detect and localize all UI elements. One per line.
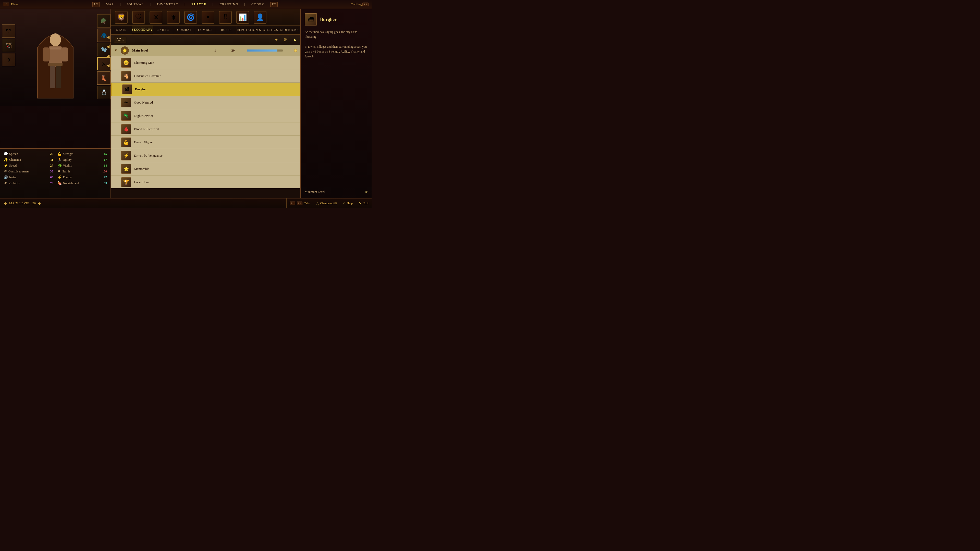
equip-slot-offhand[interactable]: 🗡 (2, 53, 15, 66)
stat-noise: 🔊Noise 63 (3, 175, 53, 180)
conspicuousness-icon: 👁 (3, 169, 7, 173)
perk-burgher[interactable]: 🏙 Burgher (111, 83, 300, 96)
tab-icon-dagger[interactable]: 🗡 (165, 10, 181, 24)
equip-slot-head[interactable]: 🪖 (97, 14, 110, 27)
perk-heroic-vigour-name: Heroic Vigour (134, 140, 297, 144)
main-level-max: 20 (229, 48, 237, 52)
perk-local-hero[interactable]: 🏆 Local Hero (111, 176, 300, 188)
tab-combos[interactable]: Combos (195, 25, 216, 34)
arrow-down2[interactable]: ◀ (107, 63, 110, 68)
perk-detail-title: Burgher (320, 17, 337, 22)
top-navigation: L2 Player L2 MAP | JOURNAL | INVENTORY |… (0, 0, 372, 9)
perk-night-crawler[interactable]: 🦎 Night Crawler (111, 109, 300, 122)
perk-good-natured-name: Good Natured (134, 100, 297, 105)
character-display (0, 9, 110, 106)
tab-icon-buffs[interactable]: ✦ (200, 10, 216, 24)
expand-icon[interactable]: ▼ (114, 48, 118, 52)
filter-crown-icon[interactable]: ♛ (283, 37, 287, 43)
tab-icon-rep[interactable]: 🎖 (217, 10, 234, 24)
tab-icon-swirl[interactable]: 🌀 (183, 10, 199, 24)
nourishment-value: 53 (104, 181, 107, 185)
tab-skills[interactable]: Skills (153, 25, 174, 34)
r2-nav-badge: R2 (270, 2, 278, 7)
tab-stats[interactable]: Stats (111, 25, 132, 34)
tab-icon-shield[interactable]: 🛡 (130, 10, 147, 24)
filter-star-icon[interactable]: ✦ (274, 37, 278, 43)
action-exit[interactable]: ✕ Exit (359, 201, 369, 206)
equipment-left-column: 🛡 🏹 🗡 (2, 24, 15, 66)
tab-icon-sidekicks[interactable]: 👤 (252, 10, 268, 24)
nav-crafting[interactable]: CRAFTING (220, 2, 238, 6)
nav-divider2: | (150, 2, 151, 6)
tab-shield-icon: 🛡 (132, 11, 145, 24)
character-display-area: 🪖 🧥 🧤 ⚔ 👢 💍 🛡 🏹 🗡 ◀ ◀ ◀ ◀ (0, 9, 110, 107)
perk-night-crawler-icon: 🦎 (121, 111, 131, 121)
perk-undaunted-cavalier[interactable]: 🐴 Undaunted Cavalier (111, 69, 300, 83)
svg-point-0 (50, 33, 61, 46)
svg-rect-4 (50, 65, 55, 88)
svg-rect-7 (50, 48, 61, 49)
tab-statistics[interactable]: Statistics (258, 25, 279, 34)
arrow-up2[interactable]: ◀ (107, 44, 110, 49)
tab-secondary[interactable]: Secondary (132, 25, 153, 34)
az-label: AZ (116, 38, 121, 42)
perk-memorable[interactable]: ⭐ Memorable (111, 162, 300, 176)
equip-slot-legs[interactable]: 👢 (97, 71, 110, 85)
tab-combat[interactable]: Combat (174, 25, 195, 34)
tab-bear-icon: 🦁 (115, 11, 127, 24)
perk-charming-man[interactable]: 😊 Charming Man (111, 56, 300, 69)
perk-good-natured[interactable]: ☀ Good Natured (111, 96, 300, 109)
arrow-up[interactable]: ◀ (107, 35, 110, 40)
nav-map[interactable]: MAP (106, 2, 114, 6)
speech-value: 20 (50, 152, 53, 156)
nav-inventory[interactable]: INVENTORY (157, 2, 178, 6)
perk-local-hero-icon: 🏆 (121, 177, 131, 187)
perk-driven-by-vengeance[interactable]: ⚡ Driven by Vengeance (111, 149, 300, 162)
perk-undaunted-cavalier-name: Undaunted Cavalier (134, 74, 297, 78)
stat-conspicuousness: 👁Conspicuousness 33 (3, 169, 53, 174)
equip-slot-bow[interactable]: 🏹 (2, 39, 15, 52)
tab-icon-bear[interactable]: 🦁 (113, 10, 129, 24)
action-change-outfit[interactable]: △ Change outfit (316, 201, 337, 206)
nav-codex[interactable]: CODEX (251, 2, 264, 6)
noise-value: 63 (50, 176, 53, 179)
stat-speed: ⚡Speed 27 (3, 163, 53, 168)
circle-icon: ○ (343, 201, 345, 205)
nav-player[interactable]: PLAYER (192, 2, 207, 6)
perk-blood-of-siegfried-icon: 🩸 (121, 124, 131, 134)
character-figure-svg (35, 17, 76, 98)
main-level-numbers: 1 20 (211, 48, 297, 52)
arrow-down[interactable]: ◀ (107, 54, 110, 59)
action-tabs[interactable]: L1 R1 Tabs (290, 202, 310, 205)
nav-journal[interactable]: JOURNAL (127, 2, 144, 6)
tab-buffs[interactable]: Buffs (216, 25, 237, 34)
perk-blood-of-siegfried[interactable]: 🩸 Blood of Siegfried (111, 122, 300, 136)
main-level-label-bottom: MAIN LEVEL (9, 202, 30, 205)
stats-grid: 💬Speech 20 💪Strength 15 ✨Charisma 11 🏃Ag… (3, 151, 107, 186)
filter-arrow-icon[interactable]: ▲ (293, 37, 297, 42)
svg-rect-3 (61, 48, 68, 62)
nav-divider3: | (185, 2, 186, 6)
stat-nourishment: 🍖Nourishment 53 (57, 181, 107, 186)
tab-reputation[interactable]: Reputation (237, 25, 258, 34)
tab-icon-sword[interactable]: ⚔ (148, 10, 164, 24)
tab-stats-icon: 📊 (236, 11, 249, 24)
action-help[interactable]: ○ Help (343, 201, 353, 205)
tab-icon-stats[interactable]: 📊 (234, 10, 251, 24)
perk-burgher-icon: 🏙 (122, 84, 132, 94)
filter-az-button[interactable]: AZ ↕ (114, 37, 126, 43)
min-level-value: 10 (364, 190, 368, 194)
tab-sidekicks[interactable]: Sidekicks (279, 25, 300, 34)
bottom-bar-left: ◆ MAIN LEVEL 20 ◆ (4, 201, 41, 206)
bottom-bar: ◆ MAIN LEVEL 20 ◆ 10 AVAILABLE PERKPOINT… (0, 198, 372, 208)
progress-dot (294, 49, 297, 52)
equip-slot-shield[interactable]: 🛡 (2, 24, 15, 38)
perk-detail-icon: 🏙 (305, 13, 317, 25)
main-level-row[interactable]: ▼ 🌟 Main level 1 20 (111, 45, 300, 56)
perk-heroic-vigour[interactable]: 💪 Heroic Vigour (111, 136, 300, 149)
strength-icon: 💪 (57, 152, 62, 156)
equip-slot-ring[interactable]: 💍 (97, 86, 110, 99)
nav-right: Crafting R2 (351, 2, 369, 6)
bottom-actions: L1 R1 Tabs △ Change outfit ○ Help ✕ Exit (286, 198, 372, 208)
stat-vitality: 🌿Vitality 18 (57, 163, 107, 168)
